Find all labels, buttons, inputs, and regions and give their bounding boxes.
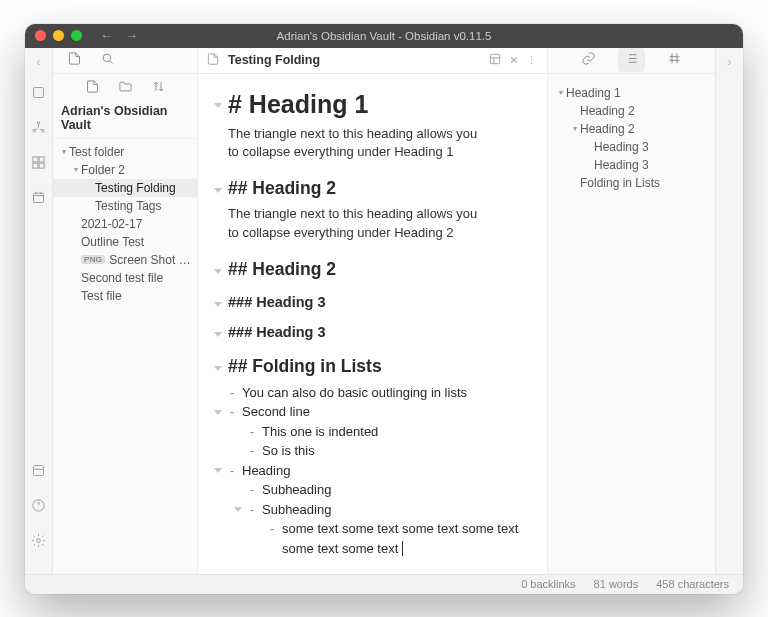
- settings-icon[interactable]: [31, 533, 46, 552]
- svg-rect-5: [39, 156, 44, 161]
- paragraph: The triangle next to this heading allows…: [228, 125, 488, 163]
- new-note-icon[interactable]: [85, 79, 100, 97]
- file-tree-item[interactable]: Testing Folding: [53, 179, 197, 197]
- outline-item[interactable]: ▾Heading 2: [554, 120, 709, 138]
- backlinks-tab-icon[interactable]: [581, 51, 596, 69]
- status-char-count: 458 characters: [656, 578, 729, 590]
- main-area: ‹ Adrian's Obsidian Vault ▾Test fold: [25, 48, 743, 574]
- list-item: some text some text some text some text …: [268, 519, 527, 558]
- outline-item[interactable]: Folding in Lists: [554, 174, 709, 192]
- nav-back-button[interactable]: ←: [100, 28, 113, 43]
- close-tab-button[interactable]: ×: [510, 52, 518, 68]
- file-tree-item[interactable]: ▾Folder 2: [53, 161, 197, 179]
- outline-item[interactable]: Heading 2: [554, 102, 709, 120]
- editor-pane: Testing Folding × ⋮ # Heading 1 The tria…: [198, 48, 547, 574]
- svg-rect-13: [490, 54, 499, 63]
- svg-rect-8: [34, 193, 44, 202]
- file-tree-item[interactable]: ▾Test folder: [53, 143, 197, 161]
- svg-point-12: [103, 54, 111, 62]
- file-tree: ▾Test folder▾Folder 2Testing FoldingTest…: [53, 139, 197, 309]
- file-tree-item[interactable]: Test file: [53, 287, 197, 305]
- document-body[interactable]: # Heading 1 The triangle next to this he…: [198, 74, 547, 574]
- paragraph: The triangle next to this heading allows…: [228, 205, 488, 243]
- heading-2: ## Heading 2: [228, 259, 527, 280]
- svg-point-11: [37, 538, 41, 542]
- outline-tab-icon[interactable]: [618, 48, 645, 72]
- quick-switcher-icon[interactable]: [31, 85, 46, 104]
- close-window-button[interactable]: [35, 30, 46, 41]
- daily-note-icon[interactable]: [31, 190, 46, 209]
- new-folder-icon[interactable]: [118, 79, 133, 97]
- status-backlinks[interactable]: 0 backlinks: [521, 578, 575, 590]
- list-item: You can also do basic outlinging in list…: [228, 383, 527, 403]
- text-cursor: [398, 541, 403, 556]
- sort-icon[interactable]: [151, 79, 166, 97]
- list-item: This one is indented: [248, 422, 527, 442]
- heading-2: ## Folding in Lists: [228, 356, 527, 377]
- editor-tab-bar: Testing Folding × ⋮: [198, 48, 547, 74]
- svg-point-3: [42, 129, 45, 132]
- tab-more-icon[interactable]: ⋮: [526, 54, 539, 67]
- outline-item[interactable]: Heading 3: [554, 138, 709, 156]
- outline-tree: ▾Heading 1Heading 2▾Heading 2Heading 3He…: [548, 74, 715, 202]
- preview-toggle-icon[interactable]: [488, 52, 502, 69]
- files-tab-icon[interactable]: [67, 51, 82, 69]
- collapse-right-sidebar-button[interactable]: ›: [727, 54, 731, 69]
- list-item: Subheading: [248, 500, 527, 520]
- svg-point-2: [33, 129, 36, 132]
- file-icon: [206, 52, 220, 69]
- help-icon[interactable]: [31, 498, 46, 517]
- minimize-window-button[interactable]: [53, 30, 64, 41]
- left-ribbon: ‹: [25, 48, 53, 574]
- list-item: Subheading: [248, 480, 527, 500]
- tab-title[interactable]: Testing Folding: [228, 53, 320, 67]
- canvas-icon[interactable]: [31, 155, 46, 174]
- status-bar: 0 backlinks 81 words 458 characters: [25, 574, 743, 594]
- file-tree-item[interactable]: Testing Tags: [53, 197, 197, 215]
- traffic-lights: [25, 30, 82, 41]
- list-item: So is this: [248, 441, 527, 461]
- vault-title: Adrian's Obsidian Vault: [53, 102, 197, 139]
- svg-rect-0: [34, 87, 44, 97]
- file-tree-item[interactable]: Second test file: [53, 269, 197, 287]
- svg-rect-7: [39, 163, 44, 168]
- outline-item[interactable]: ▾Heading 1: [554, 84, 709, 102]
- heading-1: # Heading 1: [228, 90, 527, 119]
- status-word-count: 81 words: [594, 578, 639, 590]
- heading-3: ### Heading 3: [228, 294, 527, 310]
- outline-item[interactable]: Heading 3: [554, 156, 709, 174]
- svg-rect-9: [34, 465, 44, 475]
- right-ribbon: ›: [715, 48, 743, 574]
- app-window: ← → Adrian's Obsidian Vault - Obsidian v…: [25, 24, 743, 594]
- file-tree-item[interactable]: 2021-02-17: [53, 215, 197, 233]
- vault-icon[interactable]: [31, 463, 46, 482]
- list-item: Second line: [228, 402, 527, 422]
- heading-3: ### Heading 3: [228, 324, 527, 340]
- svg-point-1: [37, 121, 40, 124]
- heading-2: ## Heading 2: [228, 178, 527, 199]
- tags-tab-icon[interactable]: [667, 51, 682, 69]
- collapse-left-sidebar-button[interactable]: ‹: [36, 54, 40, 69]
- graph-view-icon[interactable]: [31, 120, 46, 139]
- file-type-badge: PNG: [81, 255, 105, 264]
- file-tree-item[interactable]: Outline Test: [53, 233, 197, 251]
- maximize-window-button[interactable]: [71, 30, 82, 41]
- svg-rect-4: [33, 156, 38, 161]
- titlebar: ← → Adrian's Obsidian Vault - Obsidian v…: [25, 24, 743, 48]
- search-tab-icon[interactable]: [100, 51, 115, 69]
- file-explorer: Adrian's Obsidian Vault ▾Test folder▾Fol…: [53, 48, 198, 574]
- file-tree-item[interactable]: PNGScreen Shot 2021-01-: [53, 251, 197, 269]
- list-item: Heading: [228, 461, 527, 481]
- svg-rect-6: [33, 163, 38, 168]
- outline-panel: ▾Heading 1Heading 2▾Heading 2Heading 3He…: [547, 48, 715, 574]
- nav-forward-button[interactable]: →: [125, 28, 138, 43]
